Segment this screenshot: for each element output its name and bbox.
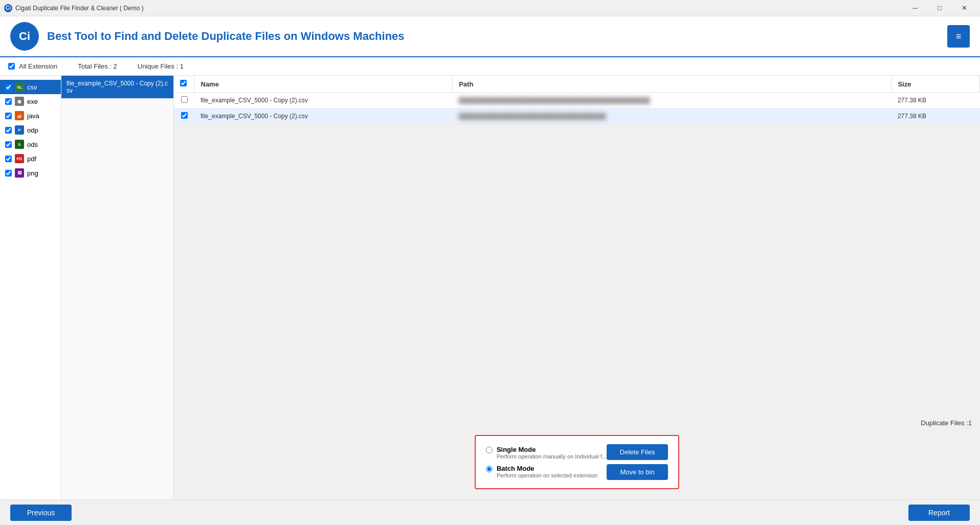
- ext-item-java[interactable]: ☕ java: [0, 108, 61, 123]
- maximize-button[interactable]: □: [928, 0, 951, 16]
- menu-button[interactable]: ≡: [947, 25, 970, 48]
- ext-checkbox-exe[interactable]: [5, 98, 12, 105]
- header-left: Ci Best Tool to Find and Delete Duplicat…: [10, 22, 405, 51]
- ext-checkbox-png[interactable]: [5, 170, 12, 177]
- select-all-checkbox[interactable]: [180, 80, 187, 86]
- ext-item-odp[interactable]: P odp: [0, 123, 61, 137]
- ext-item-pdf[interactable]: PD pdf: [0, 151, 61, 166]
- single-mode-option: Single Mode Perform operation manually o…: [486, 446, 607, 460]
- titlebar-controls: ─ □ ✕: [903, 0, 976, 16]
- ext-icon-csv: XL: [15, 82, 24, 92]
- batch-mode-option: Batch Mode Perform operation on selected…: [486, 465, 607, 478]
- total-files-label: Total Files : 2: [78, 62, 117, 70]
- bottom-section: Duplicate Files :1 Single Mode Perform o…: [174, 416, 980, 499]
- bottom-bar: Previous Report: [0, 499, 980, 525]
- all-extension-checkbox[interactable]: [8, 63, 15, 70]
- stats-bar: All Extension Total Files : 2 Unique Fil…: [0, 57, 980, 76]
- ext-icon-odp: P: [15, 125, 24, 135]
- titlebar: Ci Cigati Duplicate File Finder & Cleane…: [0, 0, 980, 16]
- ext-icon-png: 🖼: [15, 168, 24, 178]
- file-list-item-name: file_example_CSV_5000 - Copy (2).csv: [66, 80, 168, 94]
- file-size-cell: 277.38 KB: [892, 93, 980, 108]
- main-layout: XL csv ▣ exe ☕ java P odp S ods: [0, 76, 980, 499]
- row-checkbox-1[interactable]: [181, 96, 188, 103]
- unique-files-item: Unique Files : 1: [138, 62, 184, 70]
- file-size-cell: 277.38 KB: [892, 108, 980, 124]
- close-button[interactable]: ✕: [952, 0, 976, 16]
- file-path-cell: ████████████████████████████████████████…: [453, 93, 892, 108]
- ext-checkbox-csv[interactable]: [5, 84, 12, 91]
- col-header-path: Path: [453, 76, 892, 93]
- col-header-size: Size: [892, 76, 980, 93]
- single-mode-label: Single Mode: [497, 446, 607, 453]
- ext-checkbox-java[interactable]: [5, 113, 12, 119]
- ext-checkbox-ods[interactable]: [5, 141, 12, 148]
- col-header-checkbox: [174, 76, 194, 93]
- file-path-value: ████████████████████████████████████████…: [459, 97, 650, 103]
- extension-sidebar: XL csv ▣ exe ☕ java P odp S ods: [0, 76, 61, 499]
- batch-mode-radio[interactable]: [486, 466, 493, 472]
- single-mode-desc: Perform operation manually on Individual…: [497, 453, 607, 460]
- mode-options: Single Mode Perform operation manually o…: [486, 446, 607, 478]
- all-extension-label: All Extension: [19, 62, 57, 70]
- table-row: file_example_CSV_5000 - Copy (2).csv ███…: [174, 93, 980, 108]
- ext-item-exe[interactable]: ▣ exe: [0, 94, 61, 108]
- batch-mode-text: Batch Mode Perform operation on selected…: [497, 465, 598, 478]
- ext-item-png[interactable]: 🖼 png: [0, 166, 61, 180]
- ext-icon-ods: S: [15, 140, 24, 149]
- ext-label-pdf: pdf: [27, 155, 36, 163]
- ext-label-java: java: [27, 112, 39, 120]
- file-name-cell: file_example_CSV_5000 - Copy (2).csv: [194, 108, 453, 124]
- ext-item-ods[interactable]: S ods: [0, 137, 61, 151]
- single-mode-text: Single Mode Perform operation manually o…: [497, 446, 607, 460]
- file-name-cell: file_example_CSV_5000 - Copy (2).csv: [194, 93, 453, 108]
- ext-checkbox-odp[interactable]: [5, 127, 12, 134]
- move-to-bin-button[interactable]: Move to bin: [607, 464, 668, 480]
- titlebar-title: Cigati Duplicate File Finder & Cleaner (…: [15, 5, 144, 12]
- table-row: file_example_CSV_5000 - Copy (2).csv ███…: [174, 108, 980, 124]
- duplicate-count: Duplicate Files :1: [174, 416, 980, 430]
- batch-mode-label: Batch Mode: [497, 465, 598, 472]
- single-mode-radio[interactable]: [486, 447, 493, 453]
- ext-icon-pdf: PD: [15, 154, 24, 163]
- minimize-button[interactable]: ─: [903, 0, 927, 16]
- ext-label-odp: odp: [27, 126, 38, 134]
- row-checkbox-cell: [174, 93, 194, 108]
- batch-mode-desc: Perform operation on selected extension: [497, 472, 598, 478]
- app-logo: Ci: [10, 22, 39, 51]
- col-header-name: Name: [194, 76, 453, 93]
- ext-label-png: png: [27, 169, 38, 177]
- file-table: Name Path Size file_example_CSV_5000 - C…: [174, 76, 980, 124]
- file-table-wrapper: Name Path Size file_example_CSV_5000 - C…: [174, 76, 980, 124]
- mode-buttons: Delete Files Move to bin: [607, 444, 668, 480]
- titlebar-left: Ci Cigati Duplicate File Finder & Cleane…: [4, 4, 144, 12]
- file-list-item[interactable]: file_example_CSV_5000 - Copy (2).csv: [61, 76, 173, 99]
- ext-label-csv: csv: [27, 83, 37, 91]
- unique-files-label: Unique Files : 1: [138, 62, 184, 70]
- app-title: Best Tool to Find and Delete Duplicate F…: [47, 30, 405, 43]
- main-content: Name Path Size file_example_CSV_5000 - C…: [174, 76, 980, 499]
- app-header: Ci Best Tool to Find and Delete Duplicat…: [0, 16, 980, 57]
- all-extension-item: All Extension: [8, 62, 57, 70]
- previous-button[interactable]: Previous: [10, 505, 72, 521]
- ext-label-exe: exe: [27, 98, 38, 105]
- row-checkbox-2[interactable]: [181, 112, 188, 119]
- row-checkbox-cell: [174, 108, 194, 124]
- file-path-value: █████████████████████████████████████: [459, 113, 606, 119]
- app-icon: Ci: [4, 4, 12, 12]
- delete-files-button[interactable]: Delete Files: [607, 444, 668, 460]
- ext-checkbox-pdf[interactable]: [5, 156, 12, 162]
- report-button[interactable]: Report: [908, 505, 970, 521]
- total-files-item: Total Files : 2: [78, 62, 117, 70]
- ext-item-csv[interactable]: XL csv: [0, 80, 61, 94]
- table-header-row: Name Path Size: [174, 76, 980, 93]
- file-list-panel: file_example_CSV_5000 - Copy (2).csv: [61, 76, 174, 499]
- ext-icon-java: ☕: [15, 111, 24, 120]
- content-area: Name Path Size file_example_CSV_5000 - C…: [174, 76, 980, 416]
- mode-panel: Single Mode Perform operation manually o…: [475, 435, 679, 489]
- ext-icon-exe: ▣: [15, 97, 24, 106]
- file-path-cell: █████████████████████████████████████: [453, 108, 892, 124]
- ext-label-ods: ods: [27, 141, 38, 148]
